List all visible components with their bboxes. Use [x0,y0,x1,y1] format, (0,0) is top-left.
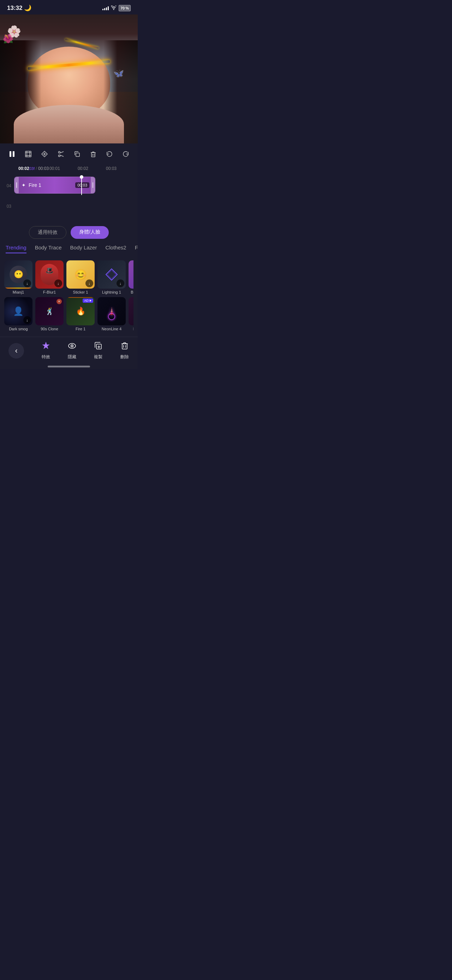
effect-thumb-mianj1: 😶 ↓ [4,260,32,289]
redo-button[interactable] [119,148,132,161]
status-bar: 13:32 🌙 70 % [0,0,138,14]
effect-name-lightning1: Lightning 1 [97,290,126,294]
svg-point-10 [59,151,60,153]
time-mark-3: 00:03 [106,166,117,171]
svg-marker-20 [90,299,92,302]
effect-thumb-fblur1: 🎩 ↓ [35,260,63,289]
video-preview-bg: 🌸 🌺 🦋 [0,14,138,143]
track-label-04: 04 [0,183,14,188]
effect-item-bodym[interactable]: ⚡ Body m [128,260,133,294]
delete-label: 刪除 [121,354,129,360]
effects-action[interactable]: 特效 [41,341,51,360]
download-badge-sticker1: ↓ [86,280,93,287]
delete-toolbar-button[interactable] [87,148,100,161]
effects-row-1-section: 😶 ↓ Mianj1 🎩 ↓ F-Blur1 [0,258,138,337]
ad-badge-fire1: AD [82,299,93,303]
effect-name-mianj1: Mianj1 [4,290,32,294]
undo-button[interactable] [103,148,116,161]
category-tab-face[interactable]: Face [135,245,138,253]
effect-name-90sclone: 90s Clone [35,327,63,331]
svg-rect-28 [122,344,127,349]
download-badge-darksmog: ↓ [23,316,31,324]
copy-button[interactable] [71,148,83,161]
current-time: 00:0203f / 00:03 [18,166,49,171]
signal-icon [102,6,109,10]
effect-item-mianj1[interactable]: 😶 ↓ Mianj1 [4,260,32,294]
effect-thumb-lightning1: ↓ [97,260,126,289]
tab-general-effects[interactable]: 通用特效 [29,226,67,239]
svg-line-12 [60,151,63,153]
effects-label: 特效 [42,354,50,360]
category-tab-clothes2[interactable]: Clothes2 [105,245,126,253]
effect-thumb-darksmog: 👤 ↓ [4,297,32,325]
effect-name-fblur1: F-Blur1 [35,290,63,294]
delete-icon [120,341,129,353]
timeline-area: 04 ✦ Fire 1 00:03 03 [0,172,138,222]
hide-label: 隱藏 [68,354,76,360]
effect-name-fire1: Fire 1 [67,327,95,331]
effect-item-neonline4[interactable]: 🗼 NeonLine 4 [97,297,126,331]
hide-action[interactable]: 隱藏 [67,341,77,360]
download-badge-fblur1: ↓ [54,280,62,287]
download-badge-mianj1: ↓ [23,280,31,287]
time-mark-1: 00:01 [49,166,60,171]
category-tab-body-lazer[interactable]: Body Lazer [70,245,97,253]
bottom-bar: ‹ 特效 隱藏 複製 [0,337,138,363]
download-badge-lightning1: ↓ [117,280,124,287]
effect-item-90sclone[interactable]: 🕺 ✕ 90s Clone [35,297,63,331]
delete-action[interactable]: 刪除 [120,341,129,360]
effect-item-lightning1[interactable]: ↓ Lightning 1 [97,260,126,294]
svg-rect-14 [76,153,79,156]
category-tab-trending[interactable]: Trending [6,245,27,253]
svg-rect-2 [25,151,31,157]
effect-thumb-90sclone: 🕺 ✕ [35,297,63,325]
effect-item-darksmog[interactable]: 👤 ↓ Dark smog [4,297,32,331]
duplicate-action[interactable]: 複製 [94,341,103,360]
pause-button[interactable] [6,148,18,161]
filter-tabs: 通用特效 身體/人臉 [0,222,138,243]
clip-handle-right[interactable] [91,177,95,193]
track-row-04: 04 ✦ Fire 1 00:03 [0,175,138,196]
svg-point-11 [59,155,60,157]
effect-name-neonline4: NeonLine 4 [97,327,126,331]
time-mark-2: 00:02 [78,166,88,171]
effect-name-bodym: Body m [128,290,133,294]
effects-row-2: 👤 ↓ Dark smog 🕺 ✕ 90s Clone 🔥 [4,297,133,334]
wifi-icon [111,5,117,11]
home-indicator [0,363,138,369]
back-button[interactable]: ‹ [8,343,24,359]
effect-thumb-sticker1: 😊 ↓ [67,260,95,289]
add-keyframe-button[interactable] [38,148,51,161]
effect-item-fire1[interactable]: 🔥 AD Fire 1 [67,297,95,331]
svg-rect-0 [10,151,11,157]
status-icons: 70 % [102,5,131,11]
scissors-button[interactable] [54,148,67,161]
effect-name-flam: Flam [128,327,133,331]
track-label-03: 03 [0,204,14,209]
playhead [81,175,82,195]
svg-point-23 [71,345,72,347]
category-tab-body-trace[interactable]: Body Trace [35,245,62,253]
tab-body-face-effects[interactable]: 身體/人臉 [71,226,109,239]
effect-name-darksmog: Dark smog [4,327,32,331]
video-preview: 🌸 🌺 🦋 [0,14,138,143]
effect-item-fblur1[interactable]: 🎩 ↓ F-Blur1 [35,260,63,294]
svg-rect-15 [92,153,95,157]
effect-clip[interactable]: ✦ Fire 1 00:03 [14,177,95,194]
effect-thumb-bodym: ⚡ [128,260,133,289]
crop-button[interactable] [22,148,35,161]
effect-item-sticker1[interactable]: 😊 ↓ Sticker 1 [67,260,95,294]
effect-name-sticker1: Sticker 1 [67,290,95,294]
clip-handle-left[interactable] [14,177,19,193]
category-tabs: Trending Body Trace Body Lazer Clothes2 … [0,243,138,258]
track-row-03: 03 [0,196,138,216]
effects-icon [41,341,51,353]
clip-time-badge: 00:03 [75,182,89,188]
track-04-area: ✦ Fire 1 00:03 [14,177,138,195]
effect-item-flam[interactable]: 💫 Flam [128,297,133,331]
effect-thumb-fire1: 🔥 AD [67,297,95,325]
home-bar [48,366,90,368]
svg-line-13 [60,155,63,156]
duplicate-label: 複製 [94,354,102,360]
hide-icon [67,341,77,353]
